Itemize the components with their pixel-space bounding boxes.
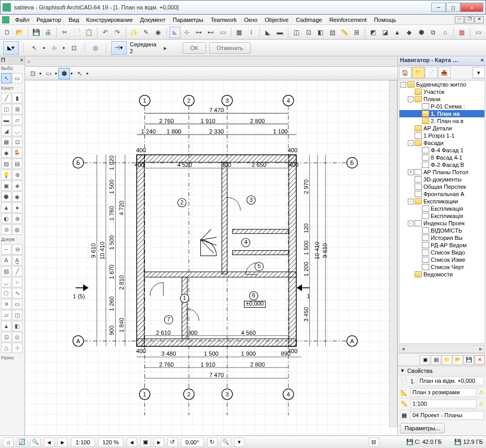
mdi-close[interactable]: ✕ <box>475 16 484 23</box>
lamp-tool-icon[interactable]: 💡 <box>1 169 11 180</box>
sect-tool-icon[interactable]: ◫ <box>12 310 22 320</box>
tree-item[interactable]: Р-01 Схема : <box>399 103 484 110</box>
menu-design[interactable]: Конструирование <box>82 16 136 24</box>
beam-tool-icon[interactable]: ▬ <box>1 115 11 125</box>
tree-item[interactable]: 1 Розріз 1-1 <box>399 132 484 139</box>
more8-icon[interactable]: ◐ <box>1 213 11 224</box>
column-tool-icon[interactable]: ▮ <box>12 93 22 103</box>
slab-tool-icon[interactable]: ▱ <box>12 115 22 125</box>
sb-orbit-icon[interactable]: 🔄 <box>17 438 27 447</box>
tree-expander-icon[interactable]: - <box>408 221 414 226</box>
nav-tab-publisher[interactable]: 📤 <box>438 67 451 78</box>
object-tool-icon[interactable]: 🪑 <box>12 148 22 158</box>
tool-i[interactable]: ◆ <box>404 27 415 38</box>
tree-expander-icon[interactable]: + <box>408 169 414 175</box>
sb-next-icon[interactable]: ► <box>57 438 68 447</box>
menu-edit[interactable]: Редактор <box>33 16 65 24</box>
arrow-tool[interactable]: ↖ <box>29 42 40 54</box>
line-tool-icon[interactable]: ╱ <box>12 266 22 276</box>
close-button[interactable]: ✕ <box>460 3 483 12</box>
print-button[interactable]: 🖨 <box>43 27 54 38</box>
tree-item[interactable]: -Фасади <box>399 139 484 147</box>
tab-close-icon[interactable]: × <box>27 58 30 65</box>
more4-icon[interactable]: ⬢ <box>1 191 11 202</box>
menu-teamwork[interactable]: Teamwork <box>207 16 240 24</box>
morph-tool-icon[interactable]: ◆ <box>1 148 11 158</box>
redo-button[interactable]: ↷ <box>112 27 123 38</box>
tree-item[interactable]: РД-АР Ведом <box>399 241 484 249</box>
sb-zoom[interactable]: 120 % <box>98 438 124 447</box>
nav-action-2[interactable]: ▤ <box>431 355 441 365</box>
props-collapse-icon[interactable]: ▾ <box>401 367 404 374</box>
copy-button[interactable]: 📄 <box>71 27 82 38</box>
nav-action-newfolder[interactable]: 📁 <box>442 355 452 365</box>
pen-button[interactable]: ✎ <box>141 27 152 38</box>
sb-b-icon[interactable]: ▾ <box>234 438 245 447</box>
grid-button[interactable]: ▦ <box>234 27 245 38</box>
tree-item[interactable]: АР Детали <box>399 125 484 132</box>
maximize-button[interactable]: □ <box>446 3 460 12</box>
tree-item[interactable]: Список Видо <box>399 249 484 256</box>
poly-tool-icon[interactable]: ⬠ <box>1 288 11 298</box>
qo-4[interactable]: ↖ <box>74 68 86 79</box>
sb-angle[interactable]: 0,00° <box>181 438 204 447</box>
door-tool-icon[interactable]: ◫ <box>1 104 11 114</box>
tool-m[interactable]: ▦ <box>456 27 467 38</box>
tree-item[interactable]: Експликація <box>399 205 484 212</box>
tree-item[interactable]: Ведомости <box>399 271 484 278</box>
navigator-tree[interactable]: -Будівництво житлоУчасток-ПланиР-01 Схем… <box>399 80 485 344</box>
elev-tool-icon[interactable]: ▲ <box>1 321 11 331</box>
nav-action-1[interactable]: ▣ <box>420 355 430 365</box>
tool-l[interactable]: ⌂ <box>440 27 451 38</box>
more7-icon[interactable]: ● <box>12 202 22 213</box>
pick-button[interactable]: ◉ <box>153 27 164 38</box>
mdi-restore[interactable]: ❐ <box>465 16 474 23</box>
cw-tool-icon[interactable]: ⊡ <box>12 137 22 147</box>
sb-left-icon[interactable]: ◄ <box>127 438 137 447</box>
cut-button[interactable]: ✂ <box>59 27 70 38</box>
tree-item[interactable]: История Вы <box>399 234 484 241</box>
marquee-tool-icon[interactable]: ▭ <box>12 73 22 83</box>
parameters-button[interactable]: Параметры... <box>400 423 445 433</box>
sb-scale[interactable]: 1:100 <box>71 438 95 447</box>
menu-options[interactable]: Параметры <box>169 16 207 24</box>
menu-cadimage[interactable]: Cadimage <box>292 16 325 24</box>
menu-view[interactable]: Вид <box>65 16 82 24</box>
more1-icon[interactable]: ⊕ <box>12 169 22 180</box>
qo-2[interactable]: ▭ <box>43 68 54 79</box>
navigator-close-icon[interactable]: × <box>481 57 484 65</box>
sb-zoom-icon[interactable]: 🔍 <box>30 438 41 447</box>
sb-rot1-icon[interactable]: ↺ <box>167 438 178 447</box>
prop-id-value[interactable]: План на відм. +0,000 <box>417 377 484 385</box>
nav-tab-project[interactable]: 🏠 <box>399 67 411 78</box>
menu-objective[interactable]: Objective <box>261 16 293 24</box>
save-button[interactable]: 💾 <box>31 27 42 38</box>
fill-tool-icon[interactable]: ▨ <box>1 266 11 276</box>
arrow-tool-icon[interactable]: ↖ <box>1 73 11 83</box>
more10-icon[interactable]: ⊘ <box>1 224 11 235</box>
nav-tab-viewmap[interactable]: 📁 <box>412 67 424 78</box>
nav-action-delete[interactable]: ✕ <box>475 355 485 365</box>
tree-item[interactable]: 1. План на <box>399 110 484 117</box>
tool-rect[interactable]: ▬ <box>274 27 285 38</box>
level-tool-icon[interactable]: ⊖ <box>12 244 22 255</box>
sb-right-icon[interactable]: ► <box>154 438 164 447</box>
snap1-button[interactable]: ⊾ <box>169 27 180 38</box>
window-tool-icon[interactable]: ⊞ <box>12 104 22 114</box>
sb-ctr-icon[interactable]: ▣ <box>140 438 151 447</box>
circle-tool-icon[interactable]: ○ <box>12 277 22 287</box>
nav-action-5[interactable]: 💾 <box>464 355 474 365</box>
tree-item[interactable]: 2. План на в <box>399 117 484 125</box>
snap3-button[interactable]: ⊶ <box>193 27 204 38</box>
sb-layers-icon[interactable]: ⊟ <box>369 438 379 447</box>
grid-tool-icon[interactable]: ⊹ <box>12 343 22 353</box>
arc-tool-icon[interactable]: ◡ <box>1 277 11 287</box>
ws-tool-icon[interactable]: ⊡ <box>1 332 11 342</box>
tree-item[interactable]: Общая Перспек <box>399 183 484 190</box>
sel-tool[interactable]: ⊹ <box>48 42 60 54</box>
tool-f[interactable]: ◩ <box>368 27 379 38</box>
minimize-button[interactable]: ─ <box>431 3 446 12</box>
shell-tool-icon[interactable]: ◡ <box>12 126 22 136</box>
wall-tool-icon[interactable]: ╱ <box>1 93 11 103</box>
mode-button[interactable]: ◣▾ <box>3 41 19 55</box>
